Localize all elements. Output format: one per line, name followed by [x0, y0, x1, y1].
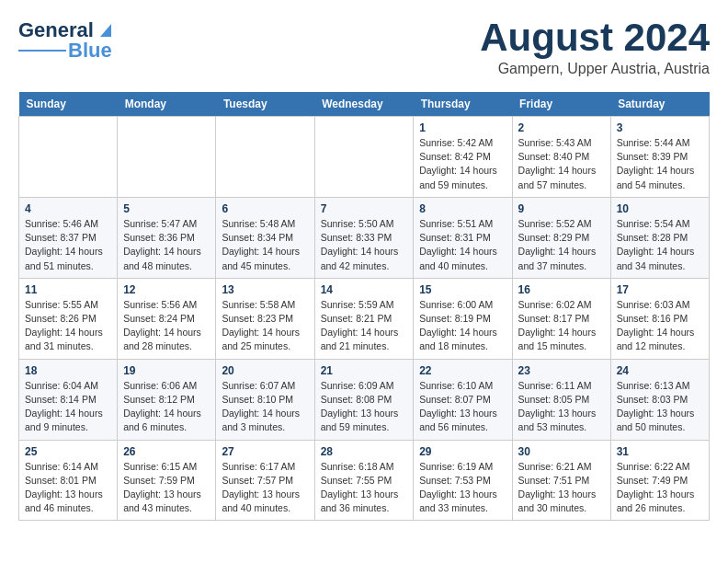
day-info: Sunrise: 6:14 AMSunset: 8:01 PMDaylight:… [25, 461, 103, 514]
calendar-cell: 9 Sunrise: 5:52 AMSunset: 8:29 PMDayligh… [512, 197, 610, 278]
day-info: Sunrise: 6:02 AMSunset: 8:17 PMDaylight:… [518, 299, 597, 352]
day-number: 30 [518, 445, 605, 458]
weekday-header-row: SundayMondayTuesdayWednesdayThursdayFrid… [19, 92, 710, 117]
day-number: 20 [222, 364, 308, 377]
day-number: 19 [123, 364, 210, 377]
day-number: 28 [321, 445, 408, 458]
day-info: Sunrise: 5:51 AMSunset: 8:31 PMDaylight:… [419, 218, 497, 271]
calendar-cell: 12 Sunrise: 5:56 AMSunset: 8:24 PMDaylig… [118, 278, 216, 359]
day-info: Sunrise: 6:13 AMSunset: 8:03 PMDaylight:… [617, 380, 695, 433]
day-number: 2 [518, 121, 605, 134]
calendar-week-3: 11 Sunrise: 5:55 AMSunset: 8:26 PMDaylig… [19, 278, 710, 359]
calendar-table: SundayMondayTuesdayWednesdayThursdayFrid… [18, 92, 710, 521]
day-info: Sunrise: 6:19 AMSunset: 7:53 PMDaylight:… [419, 461, 497, 514]
day-info: Sunrise: 6:10 AMSunset: 8:07 PMDaylight:… [419, 380, 497, 433]
day-number: 23 [518, 364, 605, 377]
calendar-cell: 26 Sunrise: 6:15 AMSunset: 7:59 PMDaylig… [118, 440, 216, 521]
logo: General Blue [18, 18, 115, 63]
calendar-cell: 19 Sunrise: 6:06 AMSunset: 8:12 PMDaylig… [118, 359, 216, 440]
calendar-cell: 28 Sunrise: 6:18 AMSunset: 7:55 PMDaylig… [314, 440, 414, 521]
day-number: 21 [321, 364, 408, 377]
day-number: 29 [419, 445, 506, 458]
calendar-cell: 30 Sunrise: 6:21 AMSunset: 7:51 PMDaylig… [512, 440, 610, 521]
day-info: Sunrise: 6:22 AMSunset: 7:49 PMDaylight:… [617, 461, 695, 514]
weekday-header-monday: Monday [118, 92, 216, 117]
calendar-cell: 4 Sunrise: 5:46 AMSunset: 8:37 PMDayligh… [19, 197, 118, 278]
day-number: 8 [419, 202, 506, 215]
weekday-header-tuesday: Tuesday [216, 92, 314, 117]
calendar-cell [216, 117, 314, 198]
day-info: Sunrise: 5:43 AMSunset: 8:40 PMDaylight:… [518, 137, 597, 190]
calendar-cell: 6 Sunrise: 5:48 AMSunset: 8:34 PMDayligh… [216, 197, 314, 278]
day-number: 17 [617, 283, 703, 296]
day-number: 22 [419, 364, 506, 377]
day-number: 10 [617, 202, 703, 215]
calendar-cell [314, 117, 414, 198]
day-number: 3 [617, 121, 703, 134]
day-info: Sunrise: 6:00 AMSunset: 8:19 PMDaylight:… [419, 299, 497, 352]
calendar-cell: 25 Sunrise: 6:14 AMSunset: 8:01 PMDaylig… [19, 440, 118, 521]
calendar-cell: 23 Sunrise: 6:11 AMSunset: 8:05 PMDaylig… [512, 359, 610, 440]
day-number: 4 [25, 202, 111, 215]
calendar-cell: 16 Sunrise: 6:02 AMSunset: 8:17 PMDaylig… [512, 278, 610, 359]
calendar-cell: 18 Sunrise: 6:04 AMSunset: 8:14 PMDaylig… [19, 359, 118, 440]
calendar-cell: 3 Sunrise: 5:44 AMSunset: 8:39 PMDayligh… [610, 117, 709, 198]
day-number: 11 [25, 283, 111, 296]
calendar-cell: 21 Sunrise: 6:09 AMSunset: 8:08 PMDaylig… [314, 359, 414, 440]
day-info: Sunrise: 6:04 AMSunset: 8:14 PMDaylight:… [25, 380, 103, 433]
calendar-cell: 10 Sunrise: 5:54 AMSunset: 8:28 PMDaylig… [610, 197, 709, 278]
logo-icon [95, 20, 115, 40]
day-info: Sunrise: 5:58 AMSunset: 8:23 PMDaylight:… [222, 299, 300, 352]
calendar-cell: 1 Sunrise: 5:42 AMSunset: 8:42 PMDayligh… [414, 117, 512, 198]
location-title: Gampern, Upper Austria, Austria [480, 61, 710, 77]
day-info: Sunrise: 6:11 AMSunset: 8:05 PMDaylight:… [518, 380, 597, 433]
day-info: Sunrise: 5:59 AMSunset: 8:21 PMDaylight:… [321, 299, 399, 352]
day-info: Sunrise: 6:03 AMSunset: 8:16 PMDaylight:… [617, 299, 695, 352]
day-number: 15 [419, 283, 506, 296]
day-info: Sunrise: 5:55 AMSunset: 8:26 PMDaylight:… [25, 299, 103, 352]
day-number: 24 [617, 364, 703, 377]
calendar-cell: 31 Sunrise: 6:22 AMSunset: 7:49 PMDaylig… [610, 440, 709, 521]
day-info: Sunrise: 5:44 AMSunset: 8:39 PMDaylight:… [617, 137, 695, 190]
day-number: 6 [222, 202, 308, 215]
day-info: Sunrise: 5:50 AMSunset: 8:33 PMDaylight:… [321, 218, 399, 271]
calendar-cell: 8 Sunrise: 5:51 AMSunset: 8:31 PMDayligh… [414, 197, 512, 278]
calendar-week-2: 4 Sunrise: 5:46 AMSunset: 8:37 PMDayligh… [19, 197, 710, 278]
day-info: Sunrise: 6:07 AMSunset: 8:10 PMDaylight:… [222, 380, 300, 433]
svg-marker-0 [100, 24, 111, 37]
title-block: August 2024 Gampern, Upper Austria, Aust… [480, 18, 710, 77]
day-info: Sunrise: 6:18 AMSunset: 7:55 PMDaylight:… [321, 461, 399, 514]
day-number: 18 [25, 364, 111, 377]
day-number: 13 [222, 283, 308, 296]
day-number: 31 [617, 445, 703, 458]
day-number: 1 [419, 121, 506, 134]
calendar-cell: 14 Sunrise: 5:59 AMSunset: 8:21 PMDaylig… [314, 278, 414, 359]
day-info: Sunrise: 6:09 AMSunset: 8:08 PMDaylight:… [321, 380, 399, 433]
day-number: 7 [321, 202, 408, 215]
day-info: Sunrise: 6:17 AMSunset: 7:57 PMDaylight:… [222, 461, 300, 514]
calendar-cell: 24 Sunrise: 6:13 AMSunset: 8:03 PMDaylig… [610, 359, 709, 440]
weekday-header-wednesday: Wednesday [314, 92, 414, 117]
weekday-header-thursday: Thursday [414, 92, 512, 117]
day-number: 27 [222, 445, 308, 458]
calendar-cell: 27 Sunrise: 6:17 AMSunset: 7:57 PMDaylig… [216, 440, 314, 521]
day-info: Sunrise: 5:47 AMSunset: 8:36 PMDaylight:… [123, 218, 201, 271]
calendar-week-1: 1 Sunrise: 5:42 AMSunset: 8:42 PMDayligh… [19, 117, 710, 198]
day-info: Sunrise: 6:06 AMSunset: 8:12 PMDaylight:… [123, 380, 201, 433]
calendar-cell: 22 Sunrise: 6:10 AMSunset: 8:07 PMDaylig… [414, 359, 512, 440]
weekday-header-saturday: Saturday [610, 92, 709, 117]
calendar-cell: 7 Sunrise: 5:50 AMSunset: 8:33 PMDayligh… [314, 197, 414, 278]
weekday-header-friday: Friday [512, 92, 610, 117]
calendar-cell: 11 Sunrise: 5:55 AMSunset: 8:26 PMDaylig… [19, 278, 118, 359]
calendar-cell: 2 Sunrise: 5:43 AMSunset: 8:40 PMDayligh… [512, 117, 610, 198]
calendar-week-4: 18 Sunrise: 6:04 AMSunset: 8:14 PMDaylig… [19, 359, 710, 440]
day-number: 16 [518, 283, 605, 296]
page-header: General Blue August 2024 Gampern, Upper … [18, 18, 710, 77]
day-number: 25 [25, 445, 111, 458]
day-info: Sunrise: 5:46 AMSunset: 8:37 PMDaylight:… [25, 218, 103, 271]
day-info: Sunrise: 5:52 AMSunset: 8:29 PMDaylight:… [518, 218, 597, 271]
calendar-cell [118, 117, 216, 198]
calendar-cell [19, 117, 118, 198]
day-number: 5 [123, 202, 210, 215]
day-number: 9 [518, 202, 605, 215]
